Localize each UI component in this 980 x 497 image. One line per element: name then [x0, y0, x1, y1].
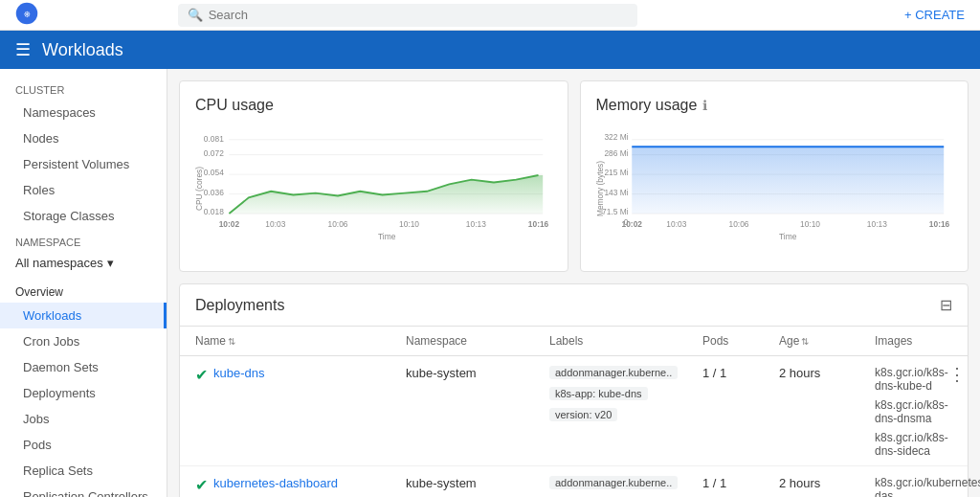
table-row: ✔ kube-dns kube-system addonmanager.kube…	[180, 356, 968, 466]
deployment-pods-kubernetes-dashboard: 1 / 1	[702, 474, 779, 490]
main-layout: Cluster Namespaces Nodes Persistent Volu…	[0, 69, 980, 497]
deployment-namespace-kube-dns: kube-system	[406, 364, 549, 380]
svg-text:322 Mi: 322 Mi	[604, 132, 628, 142]
col-namespace: Namespace	[406, 334, 549, 348]
search-icon: 🔍	[188, 8, 203, 22]
svg-text:215 Mi: 215 Mi	[604, 168, 628, 177]
col-age: Age ⇅	[779, 334, 875, 348]
filter-icon[interactable]: ⊟	[940, 296, 952, 314]
col-pods: Pods	[702, 334, 779, 348]
create-button[interactable]: + CREATE	[904, 8, 965, 22]
cluster-section-title: Cluster	[0, 77, 167, 100]
deployment-age-kube-dns: 2 hours	[779, 364, 875, 380]
menu-icon[interactable]: ☰	[15, 39, 31, 60]
svg-text:10:10: 10:10	[800, 219, 820, 229]
namespace-selector[interactable]: All namespaces ▾	[0, 252, 167, 274]
sidebar-item-replica-sets[interactable]: Replica Sets	[0, 458, 167, 484]
deployment-images-kubernetes-dashboard: k8s.gcr.io/kubernetes-das	[875, 474, 980, 497]
svg-marker-33	[632, 147, 944, 214]
svg-text:10:13: 10:13	[866, 219, 886, 229]
col-images: Images	[875, 334, 929, 348]
sidebar-item-daemon-sets[interactable]: Daemon Sets	[0, 354, 167, 380]
svg-text:⎈: ⎈	[24, 8, 31, 19]
sidebar-item-replication-controllers[interactable]: Replication Controllers	[0, 484, 167, 497]
deployment-name-kubernetes-dashboard[interactable]: ✔ kubernetes-dashboard	[195, 474, 406, 494]
table-row: ✔ kubernetes-dashboard kube-system addon…	[180, 466, 968, 497]
deployments-table-card: Deployments ⊟ Name ⇅ Namespace Labels Po…	[179, 283, 969, 497]
deployment-pods-kube-dns: 1 / 1	[702, 364, 779, 380]
deployment-labels-kube-dns: addonmanager.kuberne.. k8s-app: kube-dns…	[549, 364, 702, 423]
overview-section-title: Overview	[0, 278, 167, 303]
svg-text:0.054: 0.054	[204, 168, 224, 177]
svg-text:0.072: 0.072	[204, 148, 224, 158]
svg-text:10:16: 10:16	[928, 219, 949, 229]
deployment-name-kube-dns[interactable]: ✔ kube-dns	[195, 364, 406, 384]
memory-chart-area: 322 Mi 286 Mi 215 Mi 143 Mi 71.5 Mi 0 Me…	[596, 122, 953, 256]
top-bar: ⎈ 🔍 + CREATE	[0, 0, 980, 31]
nav-title: Workloads	[42, 40, 123, 60]
memory-chart-title: Memory usage ℹ	[596, 97, 953, 114]
sidebar-item-roles[interactable]: Roles	[0, 177, 167, 203]
svg-text:Time: Time	[378, 232, 396, 241]
deployment-namespace-kubernetes-dashboard: kube-system	[406, 474, 549, 490]
svg-text:Time: Time	[779, 232, 797, 241]
sidebar-item-namespaces[interactable]: Namespaces	[0, 100, 167, 125]
sort-icon-age[interactable]: ⇅	[801, 336, 809, 347]
memory-chart-card: Memory usage ℹ 322 Mi 286 Mi 215 Mi 143 …	[580, 80, 969, 272]
col-labels: Labels	[549, 334, 702, 348]
svg-text:10:02: 10:02	[621, 219, 642, 229]
svg-text:0.036: 0.036	[204, 188, 224, 197]
cpu-chart-area: 0.081 0.072 0.054 0.036 0.018 CPU (cores…	[195, 122, 552, 256]
chevron-down-icon: ▾	[107, 256, 114, 270]
memory-chart-svg: 322 Mi 286 Mi 215 Mi 143 Mi 71.5 Mi 0 Me…	[596, 122, 953, 256]
svg-text:Memory (bytes): Memory (bytes)	[596, 161, 605, 216]
deployments-title: Deployments	[195, 297, 284, 314]
sidebar-item-deployments[interactable]: Deployments	[0, 380, 167, 406]
sidebar-item-storage-classes[interactable]: Storage Classes	[0, 203, 167, 229]
svg-text:71.5 Mi: 71.5 Mi	[602, 207, 629, 216]
svg-text:0.081: 0.081	[204, 134, 224, 144]
cpu-chart-card: CPU usage 0.081 0.072 0.054 0.036 0.018 …	[179, 80, 568, 272]
charts-row: CPU usage 0.081 0.072 0.054 0.036 0.018 …	[179, 80, 969, 272]
svg-text:0.018: 0.018	[204, 207, 224, 216]
svg-text:10:02: 10:02	[219, 219, 240, 229]
svg-text:286 Mi: 286 Mi	[604, 148, 628, 158]
namespace-section-title: Namespace	[0, 229, 167, 252]
sort-icon-name[interactable]: ⇅	[228, 336, 235, 347]
svg-text:10:03: 10:03	[265, 219, 285, 229]
deployment-labels-kubernetes-dashboard: addonmanager.kuberne.. kubernetes.io/min…	[549, 474, 702, 497]
svg-text:143 Mi: 143 Mi	[604, 188, 628, 197]
cpu-chart-svg: 0.081 0.072 0.054 0.036 0.018 CPU (cores…	[195, 122, 552, 256]
search-box[interactable]: 🔍	[178, 4, 637, 27]
svg-text:10:13: 10:13	[466, 219, 486, 229]
sidebar-item-persistent-volumes[interactable]: Persistent Volumes	[0, 151, 167, 177]
svg-text:10:16: 10:16	[528, 219, 549, 229]
status-ok-icon: ✔	[195, 366, 208, 384]
nav-bar: ☰ Workloads	[0, 31, 980, 69]
col-name: Name ⇅	[195, 334, 406, 348]
svg-text:10:10: 10:10	[399, 219, 419, 229]
table-header: Deployments ⊟	[180, 284, 968, 327]
svg-text:10:06: 10:06	[328, 219, 348, 229]
table-columns: Name ⇅ Namespace Labels Pods Age ⇅ Image	[180, 327, 968, 356]
status-ok-icon: ✔	[195, 476, 208, 494]
sidebar-item-cron-jobs[interactable]: Cron Jobs	[0, 328, 167, 354]
sidebar-item-nodes[interactable]: Nodes	[0, 125, 167, 151]
sidebar-item-pods[interactable]: Pods	[0, 432, 167, 458]
svg-text:10:03: 10:03	[666, 219, 686, 229]
deployment-age-kubernetes-dashboard: 2 hours	[779, 474, 875, 490]
sidebar-item-workloads[interactable]: Workloads	[0, 303, 167, 328]
cpu-chart-title: CPU usage	[195, 97, 552, 114]
content-area: CPU usage 0.081 0.072 0.054 0.036 0.018 …	[167, 69, 980, 497]
search-input[interactable]	[209, 8, 628, 22]
svg-text:CPU (cores): CPU (cores)	[195, 167, 204, 211]
deployment-images-kube-dns: k8s.gcr.io/k8s-dns-kube-d k8s.gcr.io/k8s…	[875, 364, 948, 458]
sidebar: Cluster Namespaces Nodes Persistent Volu…	[0, 69, 167, 497]
sidebar-item-jobs[interactable]: Jobs	[0, 406, 167, 432]
info-icon: ℹ	[702, 98, 707, 113]
more-options-kube-dns[interactable]: ⋮	[948, 364, 971, 385]
svg-text:10:06: 10:06	[728, 219, 748, 229]
k8s-logo: ⎈	[15, 2, 38, 28]
